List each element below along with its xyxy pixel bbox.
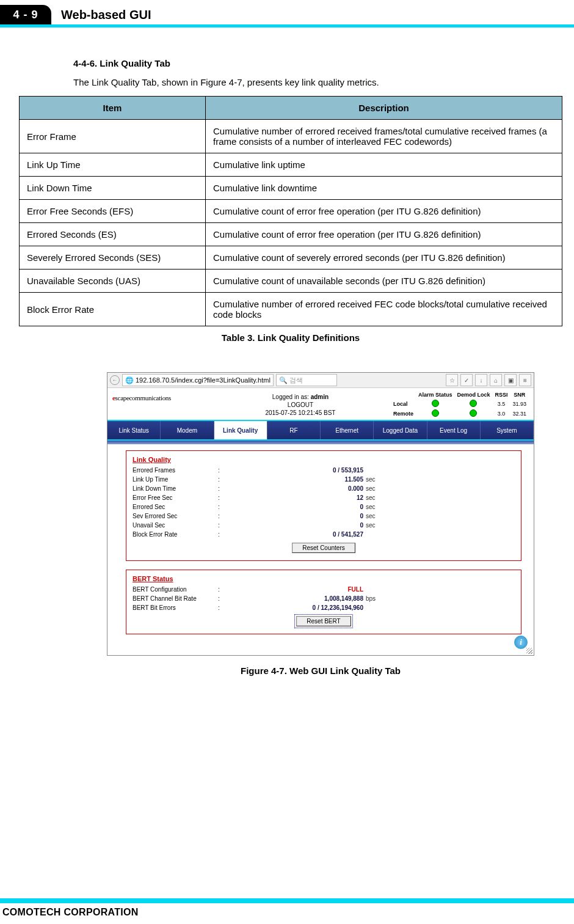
tab-system[interactable]: System (481, 421, 534, 439)
tab-link-status[interactable]: Link Status (107, 421, 161, 439)
def-desc: Cumulative link uptime (206, 153, 562, 177)
bert-val: 1,008,149,888 (229, 594, 363, 603)
lq-lbl: Block Error Rate (133, 530, 218, 539)
table-row: Block Error RateCumulative number of err… (20, 293, 562, 326)
def-desc: Cumulative link downtime (206, 177, 562, 200)
tabs-icon[interactable]: ▣ (504, 374, 517, 386)
footer-rule (0, 898, 574, 903)
def-desc: Cumulative count of error free operation… (206, 223, 562, 246)
definitions-table: Item Description Error FrameCumulative n… (19, 96, 562, 326)
th-desc: Description (206, 97, 562, 120)
star-icon[interactable]: ☆ (446, 374, 458, 386)
reset-bert-button[interactable]: Reset BERT (296, 616, 351, 626)
bert-title: BERT Status (133, 575, 515, 582)
page-header: 4 - 9 Web-based GUI (0, 0, 574, 24)
lq-lbl: Errored Sec (133, 502, 218, 512)
def-desc: Cumulative count of unavailable seconds … (206, 270, 562, 293)
home-icon[interactable]: ⌂ (490, 374, 502, 386)
book-icon[interactable]: ✓ (460, 374, 473, 386)
logo: escapecommunications (112, 392, 210, 402)
link-quality-title: Link Quality (133, 456, 515, 463)
logged-in-label: Logged in as: (272, 394, 309, 400)
info-icon[interactable]: i (514, 636, 528, 649)
lq-val: 12 (229, 493, 363, 502)
tab-ethernet[interactable]: Ethernet (321, 421, 374, 439)
globe-icon: 🌐 (125, 376, 134, 384)
link-quality-panel: Link Quality Errored Frames:0 / 553,915 … (126, 450, 521, 561)
status-col: RSSI (492, 392, 510, 399)
lq-val: 0 (229, 502, 363, 512)
lq-val: 0 (229, 521, 363, 530)
footer-corp: COMOTECH CORPORATION (0, 903, 574, 924)
remote-snr: 32.31 (510, 409, 529, 419)
tab-event-log[interactable]: Event Log (427, 421, 481, 439)
bert-lbl: BERT Configuration (133, 585, 218, 594)
lq-unit: sec (363, 512, 390, 521)
lq-unit: sec (363, 475, 390, 484)
bert-val: FULL (229, 585, 363, 594)
lq-lbl: Link Down Time (133, 484, 218, 493)
url-text: 192.168.70.5/index.cgi?file=3LinkQuality… (136, 376, 271, 384)
search-bar[interactable]: 🔍 검색 (276, 374, 337, 386)
back-icon[interactable]: ← (110, 375, 120, 385)
local-rssi: 3.5 (492, 399, 510, 409)
lq-val: 0 (229, 512, 363, 521)
figure-caption: Figure 4-7. Web GUI Link Quality Tab (107, 666, 534, 676)
download-icon[interactable]: ↓ (475, 374, 487, 386)
lq-val: 0.000 (229, 484, 363, 493)
bert-unit (363, 585, 390, 594)
menu-icon[interactable]: ≡ (519, 374, 531, 386)
figure-wrap: ← 🌐 192.168.70.5/index.cgi?file=3LinkQua… (107, 372, 534, 676)
def-item: Block Error Rate (20, 293, 206, 326)
bert-lbl: BERT Bit Errors (133, 603, 218, 612)
local-label: Local (391, 399, 416, 409)
reset-counters-button[interactable]: Reset Counters (292, 543, 355, 553)
led-icon (432, 409, 439, 417)
tab-modem[interactable]: Modem (161, 421, 214, 439)
resize-grip-icon[interactable] (526, 648, 532, 654)
status-col: Demod Lock (454, 392, 492, 399)
lq-lbl: Error Free Sec (133, 493, 218, 502)
search-icon: 🔍 (279, 376, 288, 384)
table-row: Unavailable Seconds (UAS)Cumulative coun… (20, 270, 562, 293)
tab-rf[interactable]: RF (267, 421, 321, 439)
def-item: Unavailable Seconds (UAS) (20, 270, 206, 293)
lq-lbl: Unavail Sec (133, 521, 218, 530)
section-intro: The Link Quality Tab, shown in Figure 4-… (73, 77, 568, 87)
tab-link-quality[interactable]: Link Quality (214, 421, 267, 439)
lq-lbl: Sev Errored Sec (133, 512, 218, 521)
table-row: Error Free Seconds (EFS)Cumulative count… (20, 200, 562, 223)
url-bar[interactable]: 🌐 192.168.70.5/index.cgi?file=3LinkQuali… (122, 374, 274, 386)
logout-link[interactable]: LOGOUT (288, 402, 313, 408)
def-desc: Cumulative count of severely errored sec… (206, 246, 562, 270)
def-item: Link Down Time (20, 177, 206, 200)
lq-val: 0 / 541,527 (229, 530, 363, 539)
tab-logged-data[interactable]: Logged Data (374, 421, 427, 439)
table-caption: Table 3. Link Quality Definitions (19, 332, 562, 343)
lq-unit: sec (363, 521, 390, 530)
login-area: Logged in as: admin LOGOUT 2015-07-25 10… (214, 392, 387, 417)
nav-strip: Link Status Modem Link Quality RF Ethern… (107, 420, 534, 441)
section-heading: 4-4-6. Link Quality Tab (73, 58, 568, 68)
bert-lbl: BERT Channel Bit Rate (133, 594, 218, 603)
bert-unit (363, 603, 390, 612)
search-placeholder: 검색 (289, 376, 303, 385)
led-icon (432, 400, 439, 407)
remote-label: Remote (391, 409, 416, 419)
lq-val: 11.505 (229, 475, 363, 484)
table-row: Error FrameCumulative number of errored … (20, 120, 562, 153)
status-col: SNR (510, 392, 529, 399)
table-row: Link Up TimeCumulative link uptime (20, 153, 562, 177)
logged-in-user: admin (311, 394, 329, 400)
remote-rssi: 3.0 (492, 409, 510, 419)
lq-unit: sec (363, 493, 390, 502)
browser-frame: ← 🌐 192.168.70.5/index.cgi?file=3LinkQua… (107, 372, 534, 656)
lq-lbl: Errored Frames (133, 466, 218, 475)
def-item: Severely Errored Seconds (SES) (20, 246, 206, 270)
browser-toolbar: ← 🌐 192.168.70.5/index.cgi?file=3LinkQua… (107, 373, 534, 388)
def-item: Error Frame (20, 120, 206, 153)
lq-lbl: Link Up Time (133, 475, 218, 484)
panel-area: Link Quality Errored Frames:0 / 553,915 … (107, 444, 534, 655)
def-item: Error Free Seconds (EFS) (20, 200, 206, 223)
table-row: Severely Errored Seconds (SES)Cumulative… (20, 246, 562, 270)
